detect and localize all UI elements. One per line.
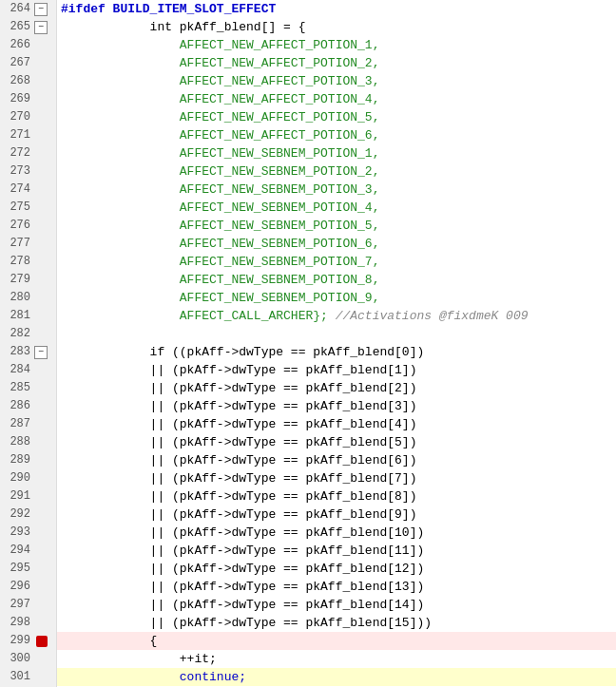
line-number: 297: [0, 596, 34, 614]
gutter: 264−265−26626726826927027127227327427527…: [0, 0, 57, 687]
code-line: || (pkAff->dwType == pkAff_blend[7]): [57, 469, 616, 487]
gutter-row: 282: [0, 325, 56, 343]
code-line: int pkAff_blend[] = {: [57, 18, 616, 36]
code-token: AFFECT_NEW_AFFECT_POTION_3,: [61, 72, 379, 90]
line-number: 267: [0, 54, 34, 72]
line-number: 283: [0, 343, 34, 361]
line-number: 288: [0, 433, 34, 451]
code-line: #ifdef BUILD_ITEM_SLOT_EFFECT: [57, 0, 616, 18]
code-line: || (pkAff->dwType == pkAff_blend[12]): [57, 560, 616, 578]
breakpoint-marker[interactable]: [36, 636, 48, 647]
code-token: AFFECT_NEW_AFFECT_POTION_1,: [61, 36, 379, 54]
code-line: AFFECT_NEW_SEBNEM_POTION_6,: [57, 235, 616, 253]
gutter-row: 294: [0, 542, 56, 560]
gutter-row: 269: [0, 90, 56, 108]
code-token: || (pkAff->dwType == pkAff_blend[2]): [61, 379, 416, 397]
code-line: AFFECT_NEW_SEBNEM_POTION_7,: [57, 253, 616, 271]
gutter-row: 288: [0, 433, 56, 451]
line-number: 291: [0, 487, 34, 506]
line-number: 290: [0, 469, 34, 487]
code-line: || (pkAff->dwType == pkAff_blend[3]): [57, 397, 616, 415]
gutter-row: 296: [0, 578, 56, 596]
line-number: 275: [0, 199, 34, 217]
code-line: AFFECT_NEW_SEBNEM_POTION_1,: [57, 144, 616, 162]
gutter-row: 265−: [0, 18, 56, 36]
line-number: 289: [0, 451, 34, 469]
code-line: || (pkAff->dwType == pkAff_blend[8]): [57, 487, 616, 506]
gutter-row: 295: [0, 560, 56, 578]
gutter-row: 267: [0, 54, 56, 72]
gutter-row: 297: [0, 596, 56, 614]
code-line: {: [57, 632, 616, 650]
line-number: 299: [0, 632, 34, 650]
line-number: 296: [0, 578, 34, 596]
code-line: || (pkAff->dwType == pkAff_blend[11]): [57, 542, 616, 560]
gutter-row: 277: [0, 235, 56, 253]
code-line: AFFECT_NEW_AFFECT_POTION_3,: [57, 72, 616, 90]
line-number: 280: [0, 289, 34, 307]
code-token: || (pkAff->dwType == pkAff_blend[8]): [61, 487, 416, 506]
code-line: || (pkAff->dwType == pkAff_blend[10]): [57, 524, 616, 542]
line-number: 266: [0, 36, 34, 54]
code-token: AFFECT_NEW_SEBNEM_POTION_8,: [61, 271, 379, 289]
code-token: || (pkAff->dwType == pkAff_blend[7]): [61, 469, 416, 487]
gutter-row: 281: [0, 307, 56, 325]
code-line: || (pkAff->dwType == pkAff_blend[14]): [57, 596, 616, 614]
code-token: || (pkAff->dwType == pkAff_blend[9]): [61, 506, 416, 524]
gutter-row: 285: [0, 379, 56, 397]
line-number: 273: [0, 162, 34, 181]
code-line: AFFECT_NEW_AFFECT_POTION_4,: [57, 90, 616, 108]
code-token: ++it;: [61, 650, 217, 668]
fold-icon[interactable]: −: [34, 346, 48, 359]
code-token: || (pkAff->dwType == pkAff_blend[14]): [61, 596, 424, 614]
code-token: {: [61, 632, 157, 650]
code-token: AFFECT_NEW_AFFECT_POTION_2,: [61, 54, 379, 72]
code-token: || (pkAff->dwType == pkAff_blend[1]): [61, 361, 416, 379]
gutter-row: 278: [0, 253, 56, 271]
line-number: 292: [0, 506, 34, 524]
line-number: 269: [0, 90, 34, 108]
code-token: AFFECT_NEW_SEBNEM_POTION_3,: [61, 181, 379, 199]
code-token: AFFECT_NEW_SEBNEM_POTION_9,: [61, 289, 379, 307]
gutter-row: 279: [0, 271, 56, 289]
code-line: AFFECT_NEW_SEBNEM_POTION_4,: [57, 199, 616, 217]
line-numbers: 264−265−26626726826927027127227327427527…: [0, 0, 56, 687]
line-number: 271: [0, 126, 34, 144]
code-token: AFFECT_NEW_AFFECT_POTION_4,: [61, 90, 379, 108]
code-token: || (pkAff->dwType == pkAff_blend[6]): [61, 451, 416, 469]
gutter-row: 272: [0, 144, 56, 162]
gutter-row: 280: [0, 289, 56, 307]
code-line: || (pkAff->dwType == pkAff_blend[15])): [57, 614, 616, 632]
code-token: || (pkAff->dwType == pkAff_blend[5]): [61, 433, 416, 451]
line-number: 272: [0, 144, 34, 162]
code-token: || (pkAff->dwType == pkAff_blend[11]): [61, 542, 424, 560]
code-line: || (pkAff->dwType == pkAff_blend[13]): [57, 578, 616, 596]
code-line: continue;: [57, 668, 616, 686]
line-number: 294: [0, 542, 34, 560]
code-line: AFFECT_NEW_AFFECT_POTION_1,: [57, 36, 616, 54]
line-number: 264: [0, 0, 34, 18]
code-token: AFFECT_NEW_SEBNEM_POTION_2,: [61, 162, 379, 181]
gutter-row: 276: [0, 217, 56, 235]
line-number: 295: [0, 560, 34, 578]
line-number: 284: [0, 361, 34, 379]
gutter-row: 264−: [0, 0, 56, 18]
code-token: AFFECT_NEW_SEBNEM_POTION_5,: [61, 217, 379, 235]
line-number: 285: [0, 379, 34, 397]
code-token: AFFECT_NEW_SEBNEM_POTION_4,: [61, 199, 379, 217]
line-number: 276: [0, 217, 34, 235]
code-token: AFFECT_NEW_AFFECT_POTION_6,: [61, 126, 379, 144]
gutter-row: 286: [0, 397, 56, 415]
fold-icon[interactable]: −: [34, 3, 48, 16]
line-number: 278: [0, 253, 34, 271]
gutter-row: 290: [0, 469, 56, 487]
code-token: AFFECT_NEW_SEBNEM_POTION_7,: [61, 253, 379, 271]
code-token: || (pkAff->dwType == pkAff_blend[4]): [61, 415, 416, 433]
gutter-row: 287: [0, 415, 56, 433]
code-token: || (pkAff->dwType == pkAff_blend[12]): [61, 560, 424, 578]
code-area[interactable]: #ifdef BUILD_ITEM_SLOT_EFFECT int pkAff_…: [57, 0, 616, 687]
gutter-row: 270: [0, 108, 56, 126]
fold-icon[interactable]: −: [34, 21, 48, 34]
line-number: 301: [0, 668, 34, 686]
code-line: AFFECT_NEW_AFFECT_POTION_2,: [57, 54, 616, 72]
